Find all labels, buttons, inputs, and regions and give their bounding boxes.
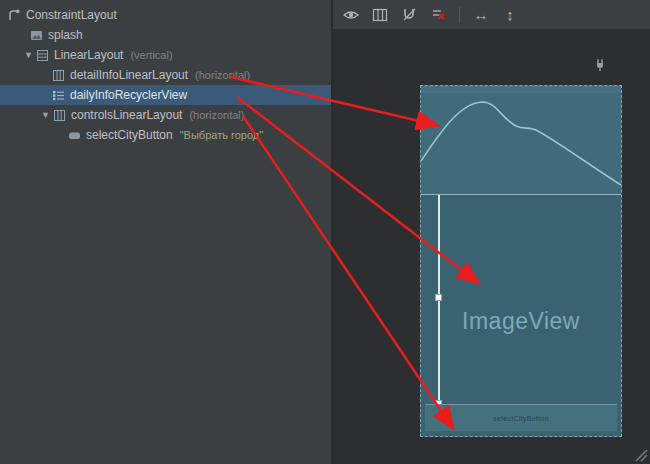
tree-item-label: LinearLayout [54,48,123,62]
tree-item-meta: (vertical) [130,49,172,61]
plug-icon[interactable] [594,58,606,72]
resize-grip-icon[interactable] [630,444,648,462]
imageview-placeholder[interactable]: ImageView [421,308,621,335]
chart-curve [421,93,621,194]
tree-item-dailyinforecyclerview[interactable]: dailyInfoRecyclerView [0,85,331,105]
tree-item-label: controlsLinearLayout [71,108,182,122]
toolbar-separator [459,7,460,23]
tree-item-linearlayout[interactable]: ▼ LinearLayout (vertical) [0,45,331,65]
design-toolbar: ↔ ↕ [333,0,650,30]
magnet-off-icon[interactable] [399,5,419,25]
tree-item-label: dailyInfoRecyclerView [70,88,187,102]
tree-item-label: ConstraintLayout [26,8,117,22]
recycler-selection-top-edge [421,194,621,195]
tree-item-splash[interactable]: splash [0,25,331,45]
selection-handle-middle[interactable] [435,294,442,301]
component-tree-panel: ConstraintLayout splash ▼ LinearLayout (… [0,0,331,464]
clear-constraints-icon[interactable] [428,5,448,25]
button-icon [67,128,81,142]
chevron-down-icon[interactable]: ▼ [22,50,35,60]
tree-item-string-value: "Выбрать город" [180,129,263,141]
view-options-icon[interactable] [370,5,390,25]
image-icon [29,28,43,42]
swap-vertical-icon[interactable]: ↕ [500,5,520,25]
device-preview[interactable]: ImageView selectCityButton [420,85,622,437]
controls-bar-region[interactable]: selectCityButton [425,404,617,431]
layout-editor-window: ConstraintLayout splash ▼ LinearLayout (… [0,0,650,464]
tree-item-label: splash [48,28,83,42]
recycler-view-icon [51,88,65,102]
tree-item-controlslinearlayout[interactable]: ▼ controlsLinearLayout (horizontal) [0,105,331,125]
tree-item-constraintlayout[interactable]: ConstraintLayout [0,5,331,25]
device-status-bar [421,86,621,93]
detail-info-chart-region[interactable] [421,93,621,195]
tree-item-meta: (horizontal) [189,109,244,121]
constraint-layout-icon [7,8,21,22]
design-surface: ↔ ↕ ImageView selectCityButton [333,0,650,464]
tree-item-detailinfolinearlayout[interactable]: detailInfoLinearLayout (horizontal) [0,65,331,85]
linear-layout-vertical-icon [35,48,49,62]
tree-item-selectcitybutton[interactable]: selectCityButton "Выбрать город" [0,125,331,145]
chevron-down-icon[interactable]: ▼ [39,110,52,120]
eye-icon[interactable] [341,5,361,25]
linear-layout-horizontal-icon [52,108,66,122]
select-city-button-preview[interactable]: selectCityButton [493,415,548,422]
swap-horizontal-icon[interactable]: ↔ [471,5,491,25]
linear-layout-horizontal-icon [51,68,65,82]
tree-item-label: detailInfoLinearLayout [70,68,188,82]
tree-item-meta: (horizontal) [195,69,250,81]
tree-item-label: selectCityButton [86,128,173,142]
